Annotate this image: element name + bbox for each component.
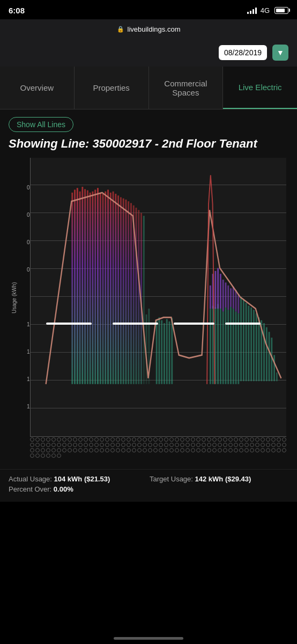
svg-rect-19 <box>120 197 122 384</box>
svg-rect-17 <box>115 194 116 384</box>
h-marker-1 <box>46 323 92 325</box>
svg-rect-11 <box>100 192 101 384</box>
svg-rect-75 <box>273 355 275 381</box>
tab-overview[interactable]: Overview <box>0 67 75 109</box>
line-title: Showing Line: 350002917 - 2nd Floor Tena… <box>9 136 288 151</box>
svg-rect-0 <box>71 192 73 384</box>
svg-rect-22 <box>128 201 129 384</box>
svg-rect-20 <box>123 198 124 384</box>
svg-rect-38 <box>210 309 211 384</box>
svg-rect-13 <box>105 191 106 384</box>
home-indicator <box>114 637 183 640</box>
svg-rect-71 <box>263 323 265 381</box>
svg-rect-34 <box>164 323 165 384</box>
svg-rect-65 <box>248 305 249 381</box>
status-time: 6:08 <box>9 6 25 15</box>
svg-rect-41 <box>217 304 219 384</box>
lock-icon: 🔒 <box>117 26 124 33</box>
svg-rect-59 <box>233 287 234 309</box>
svg-rect-10 <box>97 188 99 384</box>
tab-commercial-spaces[interactable]: Commercial Spaces <box>149 67 224 109</box>
svg-rect-15 <box>110 192 112 384</box>
svg-rect-72 <box>266 327 268 381</box>
tab-properties[interactable]: Properties <box>75 67 149 109</box>
actual-usage-stat: Actual Usage: 104 kWh ($21.53) <box>9 475 147 483</box>
svg-rect-44 <box>225 307 227 384</box>
chevron-down-icon: ▼ <box>277 48 284 57</box>
svg-rect-7 <box>90 192 91 384</box>
svg-rect-69 <box>258 317 260 381</box>
target-value: 142 kWh ($29.43) <box>195 475 251 483</box>
chart-svg <box>31 158 286 436</box>
svg-rect-26 <box>138 210 139 384</box>
svg-rect-25 <box>136 207 137 384</box>
svg-rect-33 <box>161 320 162 384</box>
svg-rect-58 <box>230 288 232 307</box>
svg-rect-36 <box>169 321 170 384</box>
chart-plot <box>30 158 286 437</box>
svg-rect-61 <box>237 294 239 313</box>
svg-rect-43 <box>222 311 224 384</box>
svg-rect-45 <box>227 310 229 384</box>
date-picker[interactable]: 08/28/2019 <box>219 45 267 60</box>
show-all-lines-button[interactable]: Show All Lines <box>9 117 73 132</box>
battery-icon <box>274 7 288 14</box>
y-axis-title: Usage (kWh) <box>11 303 17 313</box>
svg-rect-32 <box>159 317 160 384</box>
svg-rect-54 <box>220 274 221 309</box>
svg-rect-63 <box>243 299 244 380</box>
actual-label: Actual Usage: <box>9 475 52 483</box>
svg-rect-56 <box>225 282 227 307</box>
url-text: livebuildings.com <box>128 25 181 33</box>
svg-rect-46 <box>230 306 232 384</box>
top-nav: 08/28/2019 ▼ <box>0 39 297 67</box>
percent-label: Percent Over: <box>9 485 51 493</box>
browser-bar: 🔒 livebuildings.com <box>0 19 297 39</box>
h-marker-3 <box>174 323 214 325</box>
svg-rect-47 <box>233 309 234 384</box>
x-axis <box>30 437 286 458</box>
svg-rect-53 <box>217 268 219 309</box>
tab-live-electric[interactable]: Live Electric <box>223 67 297 109</box>
svg-rect-57 <box>227 285 229 309</box>
svg-rect-6 <box>87 190 88 384</box>
network-label: 4G <box>261 6 270 14</box>
status-icons: 4G <box>247 6 288 14</box>
svg-rect-50 <box>210 285 211 308</box>
percent-over-stat: Percent Over: 0.00% <box>9 485 288 493</box>
svg-rect-3 <box>79 191 81 384</box>
svg-rect-8 <box>92 191 93 384</box>
status-bar: 6:08 4G <box>0 0 297 19</box>
x-axis-circles <box>30 437 286 458</box>
signal-bars-icon <box>247 6 257 14</box>
svg-rect-64 <box>246 303 247 381</box>
svg-rect-76 <box>276 372 278 381</box>
svg-rect-2 <box>77 188 78 384</box>
chart-container: Usage (kWh) 2 1.8 1.6 1.4 1.2 1 0.8 0.6 … <box>9 158 288 458</box>
svg-rect-42 <box>220 309 221 384</box>
svg-rect-18 <box>117 195 119 384</box>
svg-rect-31 <box>156 320 158 384</box>
svg-rect-35 <box>166 319 168 384</box>
svg-rect-55 <box>222 280 224 311</box>
target-label: Target Usage: <box>150 475 193 483</box>
svg-rect-66 <box>250 307 252 380</box>
target-usage-stat: Target Usage: 142 kWh ($29.43) <box>150 475 288 483</box>
svg-rect-67 <box>253 310 255 381</box>
svg-rect-16 <box>113 191 114 384</box>
svg-rect-5 <box>84 189 86 384</box>
svg-rect-23 <box>130 203 132 384</box>
svg-rect-14 <box>107 189 109 384</box>
svg-rect-1 <box>74 189 76 384</box>
svg-rect-28 <box>143 216 145 384</box>
svg-rect-73 <box>269 332 270 381</box>
svg-rect-37 <box>171 318 173 384</box>
h-marker-2 <box>113 323 159 325</box>
date-dropdown-button[interactable]: ▼ <box>272 45 288 61</box>
percent-value: 0.00% <box>54 485 73 493</box>
svg-rect-52 <box>214 270 216 308</box>
h-marker-4 <box>225 323 261 325</box>
svg-rect-60 <box>235 290 237 311</box>
actual-value: 104 kWh ($21.53) <box>54 475 110 483</box>
svg-rect-9 <box>94 189 96 384</box>
